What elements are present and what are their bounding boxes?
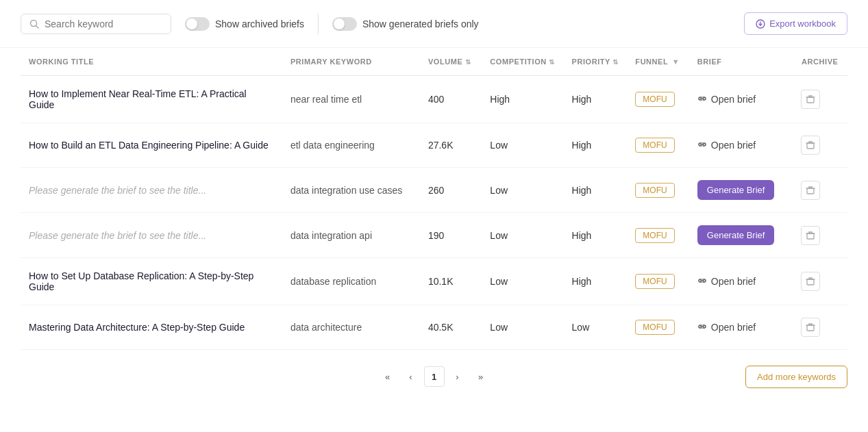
search-icon — [29, 19, 39, 29]
table-row: Please generate the brief to see the tit… — [21, 213, 847, 258]
show-generated-toggle[interactable] — [332, 17, 357, 31]
table-body: How to Implement Near Real-Time ETL: A P… — [21, 76, 847, 350]
archive-button[interactable] — [801, 90, 820, 109]
table-row: How to Implement Near Real-Time ETL: A P… — [21, 76, 847, 123]
show-archived-group: Show archived briefs — [185, 17, 304, 31]
prev-page-button[interactable]: ‹ — [401, 366, 421, 387]
show-generated-label: Show generated briefs only — [362, 18, 479, 29]
volume-cell: 260 — [428, 185, 444, 196]
competition-sort-icon: ⇅ — [549, 58, 555, 66]
funnel-filter-icon: ▼ — [672, 58, 680, 66]
table-row: How to Build an ETL Data Engineering Pip… — [21, 123, 847, 168]
archive-button[interactable] — [801, 318, 820, 337]
col-header-priority[interactable]: PRIORITY ⇅ — [564, 48, 628, 76]
trash-icon — [806, 277, 815, 286]
competition-cell: Low — [490, 140, 508, 151]
svg-rect-24 — [807, 279, 814, 285]
keyword-cell: data integration api — [290, 230, 372, 241]
funnel-badge: MOFU — [635, 228, 674, 243]
placeholder-title: Please generate the brief to see the tit… — [29, 230, 206, 241]
export-workbook-button[interactable]: Export workbook — [744, 12, 847, 35]
priority-cell: High — [572, 185, 592, 196]
table-row: Please generate the brief to see the tit… — [21, 168, 847, 213]
volume-cell: 400 — [428, 94, 444, 105]
col-header-volume[interactable]: VOLUME ⇅ — [420, 48, 482, 76]
competition-cell: Low — [490, 276, 508, 287]
brief-label: Open brief — [711, 322, 756, 333]
working-title: How to Set Up Database Replication: A St… — [29, 270, 253, 292]
open-brief-link[interactable]: Open brief — [697, 276, 784, 287]
volume-cell: 27.6K — [428, 140, 454, 151]
col-header-funnel[interactable]: FUNNEL ▼ — [627, 48, 689, 76]
volume-cell: 10.1K — [428, 276, 454, 287]
working-title: How to Implement Near Real-Time ETL: A P… — [29, 88, 247, 110]
keyword-cell: database replication — [290, 276, 376, 287]
competition-cell: Low — [490, 230, 508, 241]
col-header-brief: BRIEF — [689, 48, 793, 76]
toolbar: Show archived briefs Show generated brie… — [0, 0, 868, 48]
brief-label: Open brief — [711, 140, 756, 151]
archive-button[interactable] — [801, 226, 820, 245]
keyword-cell: data architecture — [290, 322, 362, 333]
keyword-cell: etl data engineering — [290, 140, 375, 151]
priority-cell: High — [572, 276, 592, 287]
working-title: Mastering Data Architecture: A Step-by-S… — [29, 322, 245, 333]
funnel-badge: MOFU — [635, 138, 674, 153]
keyword-cell: near real time etl — [290, 94, 362, 105]
open-brief-link[interactable]: Open brief — [697, 140, 784, 151]
col-header-competition[interactable]: COMPETITION ⇅ — [482, 48, 563, 76]
table-row: How to Set Up Database Replication: A St… — [21, 258, 847, 305]
open-brief-link[interactable]: Open brief — [697, 94, 784, 105]
archive-button[interactable] — [801, 272, 820, 291]
table-container: WORKING TITLE PRIMARY KEYWORD VOLUME ⇅ C… — [0, 48, 868, 350]
svg-rect-19 — [807, 233, 814, 239]
search-box — [21, 14, 171, 34]
next-page-button[interactable]: › — [447, 366, 468, 387]
pagination: « ‹ 1 › » Add more keywords — [0, 350, 868, 403]
export-label: Export workbook — [769, 18, 836, 29]
show-archived-label: Show archived briefs — [215, 18, 304, 29]
briefs-table: WORKING TITLE PRIMARY KEYWORD VOLUME ⇅ C… — [21, 48, 847, 350]
competition-cell: Low — [490, 185, 508, 196]
competition-cell: High — [490, 94, 510, 105]
last-page-button[interactable]: » — [471, 366, 491, 387]
working-title: How to Build an ETL Data Engineering Pip… — [29, 140, 269, 151]
trash-icon — [806, 186, 815, 195]
funnel-badge: MOFU — [635, 320, 674, 335]
svg-rect-14 — [807, 188, 814, 194]
archive-button[interactable] — [801, 181, 820, 200]
show-archived-toggle[interactable] — [185, 17, 210, 31]
placeholder-title: Please generate the brief to see the tit… — [29, 185, 206, 196]
trash-icon — [806, 322, 815, 332]
col-header-title: WORKING TITLE — [21, 48, 282, 76]
export-icon — [756, 19, 765, 29]
volume-sort-icon: ⇅ — [465, 58, 471, 66]
brief-label: Open brief — [711, 94, 756, 105]
priority-cell: High — [572, 94, 592, 105]
svg-rect-29 — [807, 325, 814, 331]
generate-brief-button[interactable]: Generate Brief — [697, 225, 775, 245]
priority-cell: High — [572, 230, 592, 241]
link-icon — [697, 94, 707, 104]
archive-button[interactable] — [801, 136, 820, 155]
col-header-keyword: PRIMARY KEYWORD — [282, 48, 420, 76]
link-icon — [697, 140, 707, 150]
svg-rect-9 — [807, 143, 814, 149]
open-brief-link[interactable]: Open brief — [697, 322, 784, 333]
add-more-keywords-button[interactable]: Add more keywords — [745, 366, 847, 388]
toolbar-divider — [318, 14, 319, 34]
generate-brief-button[interactable]: Generate Brief — [697, 180, 775, 200]
svg-rect-4 — [807, 97, 814, 103]
search-input[interactable] — [45, 18, 162, 29]
trash-icon — [806, 140, 815, 150]
page-1-button[interactable]: 1 — [424, 366, 445, 387]
col-header-archive: ARCHIVE — [793, 48, 847, 76]
volume-cell: 190 — [428, 230, 444, 241]
priority-cell: High — [572, 140, 592, 151]
first-page-button[interactable]: « — [377, 366, 398, 387]
funnel-badge: MOFU — [635, 92, 674, 107]
keyword-cell: data integration use cases — [290, 185, 402, 196]
show-generated-group: Show generated briefs only — [332, 17, 479, 31]
table-header: WORKING TITLE PRIMARY KEYWORD VOLUME ⇅ C… — [21, 48, 847, 76]
brief-label: Open brief — [711, 276, 756, 287]
